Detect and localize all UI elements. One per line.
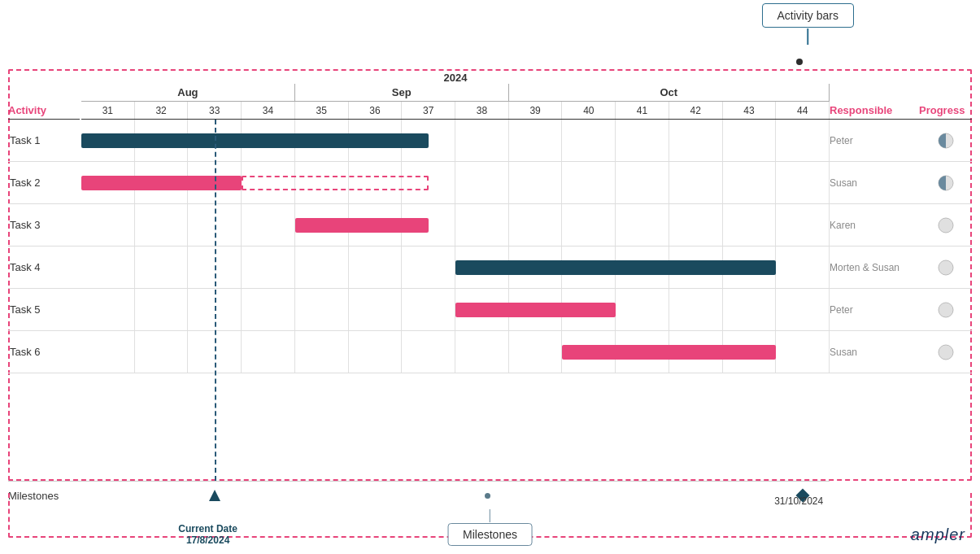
grid-col-34 <box>242 289 295 330</box>
right-row-6: Susan <box>830 331 972 373</box>
grid-col-33 <box>188 204 242 246</box>
callout-activity-bars: Activity bars <box>762 3 854 28</box>
grid-col-37 <box>402 289 455 330</box>
grid-col-32 <box>135 246 189 288</box>
grid-col-39 <box>509 120 563 161</box>
task-grid-3 <box>81 204 830 246</box>
responsible-cell-6: Susan <box>830 347 919 358</box>
grid-col-36 <box>349 331 403 373</box>
grid-col-40 <box>562 204 616 246</box>
grid-col-31 <box>81 246 135 288</box>
responsible-cell-1: Peter <box>830 135 919 146</box>
responsible-cell-4: Morten & Susan <box>830 262 919 273</box>
week-cell-40: 40 <box>562 102 616 119</box>
task-grid-2 <box>81 162 830 203</box>
responsible-header: Responsible <box>830 102 919 119</box>
grid-col-35 <box>295 246 349 288</box>
month-header-sep: Sep <box>295 84 509 101</box>
grid-col-31 <box>81 204 135 246</box>
task-label-3: Task 3 <box>8 219 81 231</box>
task-row-2: Task 2 <box>8 162 830 204</box>
week-cell-34: 34 <box>242 102 295 119</box>
week-cell-39: 39 <box>509 102 563 119</box>
task-row-1: Task 1 <box>8 120 830 162</box>
svg-point-4 <box>939 303 953 317</box>
grid-col-34 <box>242 331 295 373</box>
svg-point-2 <box>939 218 953 233</box>
right-row-1: Peter <box>830 120 972 162</box>
current-date-text: Current Date <box>178 523 237 534</box>
task-rows-area: Task 1Task 2Task 3Task 4Task 5Task 6 <box>8 120 830 481</box>
task-grid-4 <box>81 246 830 288</box>
week-cell-43: 43 <box>723 102 777 119</box>
progress-cell-1 <box>919 132 972 150</box>
callout-milestones: Milestones <box>447 523 533 546</box>
task-label-1: Task 1 <box>8 134 81 146</box>
grid-col-43 <box>723 120 777 161</box>
grid-col-37 <box>402 246 455 288</box>
task-grid-5 <box>81 289 830 330</box>
grid-col-44 <box>776 120 830 161</box>
callout-dot-milestones <box>485 493 490 499</box>
grid-col-44 <box>776 246 830 288</box>
week-header-row: 3132333435363738394041424344 <box>81 102 830 120</box>
week-cell-32: 32 <box>135 102 189 119</box>
progress-cell-3 <box>919 216 972 234</box>
grid-col-41 <box>616 162 669 203</box>
right-row-3: Karen <box>830 204 972 246</box>
task-row-3: Task 3 <box>8 204 830 246</box>
svg-point-3 <box>939 260 953 275</box>
activity-bar-2 <box>81 176 242 190</box>
current-date-value: 17/8/2024 <box>178 534 237 546</box>
activity-bar-6 <box>562 345 776 360</box>
grid-col-34 <box>242 204 295 246</box>
week-cell-33: 33 <box>188 102 242 119</box>
task-label-5: Task 5 <box>8 303 81 316</box>
activity-label-header: Activity <box>8 102 80 120</box>
milestone-grid <box>81 482 830 509</box>
task-grid-1 <box>81 120 830 161</box>
grid-col-43 <box>723 289 777 330</box>
grid-col-35 <box>295 289 349 330</box>
current-date-label: Current Date 17/8/2024 <box>178 523 237 546</box>
milestone-end-date-label: 31/10/2024 <box>774 495 823 507</box>
grid-col-31 <box>81 289 135 330</box>
task-label-6: Task 6 <box>8 346 81 358</box>
week-cell-35: 35 <box>295 102 349 119</box>
main-container: Activity bars 2024 AugSepOct 31323334353… <box>0 0 980 554</box>
grid-col-31 <box>81 331 135 373</box>
activity-bar-dashed-2 <box>242 176 429 190</box>
grid-col-44 <box>776 331 830 373</box>
svg-point-5 <box>939 345 953 360</box>
grid-col-32 <box>135 289 189 330</box>
progress-cell-5 <box>919 301 972 319</box>
grid-col-40 <box>562 120 616 161</box>
right-row-2: Susan <box>830 162 972 204</box>
activity-bar-1 <box>81 133 429 148</box>
grid-col-38 <box>455 331 509 373</box>
grid-col-39 <box>509 162 563 203</box>
grid-col-39 <box>509 331 563 373</box>
callout-activity-bars-label: Activity bars <box>777 9 838 22</box>
grid-col-33 <box>188 331 242 373</box>
month-header-aug: Aug <box>81 84 295 101</box>
responsible-cell-2: Susan <box>830 177 919 189</box>
grid-col-36 <box>349 289 403 330</box>
month-header-oct: Oct <box>509 84 830 101</box>
right-columns-header: Responsible Progress <box>830 102 972 120</box>
grid-col-44 <box>776 289 830 330</box>
week-cell-31: 31 <box>81 102 135 119</box>
grid-col-38 <box>455 162 509 203</box>
task-label-2: Task 2 <box>8 177 81 189</box>
grid-col-43 <box>723 204 777 246</box>
week-cell-38: 38 <box>455 102 509 119</box>
task-row-5: Task 5 <box>8 289 830 331</box>
grid-col-32 <box>135 204 189 246</box>
grid-col-35 <box>295 331 349 373</box>
responsible-cell-5: Peter <box>830 304 919 316</box>
activity-bar-5 <box>455 303 616 317</box>
callout-milestones-label: Milestones <box>463 528 517 541</box>
grid-col-41 <box>616 120 669 161</box>
progress-cell-6 <box>919 343 972 361</box>
week-cell-36: 36 <box>349 102 403 119</box>
